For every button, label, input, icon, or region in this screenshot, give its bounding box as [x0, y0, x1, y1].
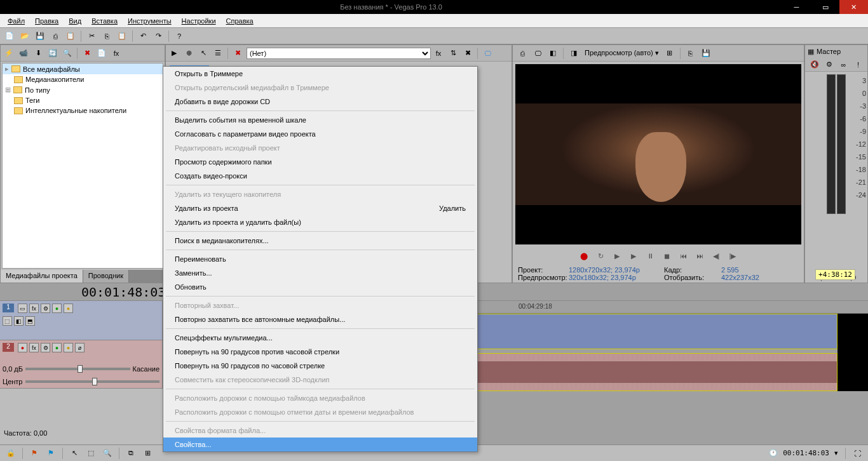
split-icon[interactable]: ◨ — [567, 46, 581, 60]
minimize-button[interactable]: ─ — [782, 0, 811, 14]
undo-icon[interactable]: ↶ — [136, 29, 150, 43]
pause-button[interactable]: ⏸ — [644, 250, 656, 262]
sort-icon[interactable]: ⇅ — [446, 46, 460, 60]
mute-button[interactable]: ● — [52, 343, 62, 352]
mute-button[interactable]: ● — [52, 304, 62, 313]
select-tool-icon[interactable]: ⬚ — [84, 446, 98, 460]
paste-icon[interactable]: 📋 — [115, 29, 129, 43]
capture-icon[interactable]: 📹 — [17, 46, 31, 60]
tree-by-type[interactable]: ⊞По типу — [3, 84, 163, 95]
quantize-icon[interactable]: ⊞ — [140, 446, 154, 460]
lock-icon[interactable]: 🔒 — [4, 446, 18, 460]
tab-project-media[interactable]: Медиафайлы проекта — [1, 270, 83, 283]
delete-icon[interactable]: ✖ — [231, 46, 245, 60]
solo-button[interactable]: ● — [64, 343, 73, 352]
track-fx-button[interactable]: fx — [29, 343, 39, 352]
context-menu-item[interactable]: Спецэффекты мультимедиа... — [163, 331, 477, 345]
context-menu-item[interactable]: Обновить — [163, 280, 477, 294]
main-timecode[interactable]: 00:01:48:03 — [81, 284, 165, 300]
remove-icon[interactable]: ✖ — [80, 46, 94, 60]
menu-insert[interactable]: Вставка — [86, 15, 123, 27]
volume-fader[interactable] — [25, 368, 130, 370]
tree-all-media[interactable]: ▸Все медиафайлы — [3, 63, 163, 74]
context-menu-item[interactable]: Удалить из проекта и удалить файл(ы) — [163, 215, 477, 229]
zoom-tool-icon[interactable]: 🔍 — [100, 446, 114, 460]
play-button[interactable]: ▶ — [627, 250, 640, 262]
preview-quality[interactable]: Предпросмотр (авто) ▾ — [582, 49, 661, 57]
menu-view[interactable]: Вид — [64, 15, 86, 27]
region-icon[interactable]: ⚑ — [44, 446, 58, 460]
parent-icon[interactable]: ⬒ — [25, 316, 35, 326]
copy-icon[interactable]: ⎘ — [100, 29, 114, 43]
prev-frame-button[interactable]: ◀| — [710, 250, 722, 262]
bypass-fx-button[interactable]: ▭ — [18, 304, 27, 313]
context-menu-item[interactable]: Повернуть на 90 градусов против часовой … — [163, 345, 477, 359]
menu-tools[interactable]: Инструменты — [123, 15, 177, 27]
trimmer-dropdown[interactable]: (Нет) — [247, 48, 431, 59]
fx-icon[interactable]: fx — [431, 46, 445, 60]
add-icon[interactable]: ⊕ — [182, 46, 196, 60]
refresh-icon[interactable]: 🔄 — [46, 46, 60, 60]
clear-icon[interactable]: ✖ — [461, 46, 475, 60]
record-button[interactable]: ⬤ — [578, 250, 590, 262]
edit-tool-icon[interactable]: ↖ — [67, 446, 81, 460]
tab-explorer[interactable]: Проводник — [83, 270, 129, 283]
tree-tags[interactable]: Теги — [3, 95, 163, 105]
maximize-button[interactable]: ▭ — [811, 0, 839, 14]
help-icon[interactable]: ? — [172, 29, 186, 43]
fx-chain-icon[interactable]: ⚙ — [822, 58, 836, 72]
save-icon[interactable]: 💾 — [33, 29, 47, 43]
context-menu-item[interactable]: Выделить события на временной шкале — [163, 113, 477, 127]
cut-icon[interactable]: ✂ — [85, 29, 98, 43]
open-icon[interactable]: 📂 — [18, 29, 32, 43]
go-start-button[interactable]: ⏮ — [677, 250, 689, 262]
automation-icon[interactable]: ∞ — [837, 58, 851, 72]
overlay-icon[interactable]: ◧ — [546, 46, 560, 60]
automation-button[interactable]: ⚙ — [41, 343, 50, 352]
props-icon[interactable]: 📄 — [95, 46, 109, 60]
phase-button[interactable]: ø — [75, 343, 85, 352]
snap-icon[interactable]: ⧉ — [124, 446, 138, 460]
pan-fader[interactable] — [25, 380, 160, 383]
properties-icon[interactable]: 📋 — [64, 29, 78, 43]
context-menu-item[interactable]: Поиск в медианакопителях... — [163, 234, 477, 248]
context-menu-item[interactable]: Просмотр содержимого папки — [163, 155, 477, 169]
solo-button[interactable]: ● — [64, 304, 73, 313]
context-menu-item[interactable]: Повернуть на 90 градусов по часовой стре… — [163, 359, 477, 373]
bottom-timecode[interactable]: 00:01:48:03 — [783, 449, 829, 457]
play-icon[interactable]: ▶ — [167, 46, 181, 60]
cursor-icon[interactable]: ↖ — [196, 46, 210, 60]
menu-file[interactable]: Файл — [3, 15, 30, 27]
track-fx-button[interactable]: fx — [29, 304, 39, 313]
mute-icon[interactable]: 🔇 — [808, 58, 822, 72]
list-icon[interactable]: ☰ — [211, 46, 225, 60]
fx-icon[interactable]: fx — [109, 46, 123, 60]
context-menu-item[interactable]: Открыть в Триммере — [163, 67, 477, 81]
context-menu-item[interactable]: Удалить из проектаУдалить — [163, 201, 477, 215]
copy-frame-icon[interactable]: ⎘ — [684, 46, 698, 60]
context-menu-item[interactable]: Свойства... — [163, 438, 477, 451]
arm-record-button[interactable]: ● — [18, 343, 27, 352]
go-end-button[interactable]: ⏭ — [693, 250, 706, 262]
redo-icon[interactable]: ↷ — [151, 29, 165, 43]
marker-icon[interactable]: ⚑ — [27, 446, 41, 460]
media-tree[interactable]: ▸Все медиафайлы Медианакопители ⊞По типу… — [2, 63, 163, 269]
fit-icon[interactable]: ⛶ — [850, 446, 864, 460]
next-frame-button[interactable]: |▶ — [726, 250, 739, 262]
loop-button[interactable]: ↻ — [594, 250, 607, 262]
automation-button[interactable]: ⚙ — [41, 304, 50, 313]
menu-edit[interactable]: Правка — [30, 15, 64, 27]
dim-icon[interactable]: ! — [851, 58, 865, 72]
context-menu-item[interactable]: Переименовать — [163, 252, 477, 266]
motion-icon[interactable]: ⬚ — [3, 316, 12, 326]
tree-smart[interactable]: Интеллектуальные накопители — [3, 105, 163, 116]
search-icon[interactable]: 🔍 — [60, 46, 74, 60]
context-menu-item[interactable]: Повторно захватить все автономные медиаф… — [163, 312, 477, 326]
monitor-icon[interactable]: 🖵 — [480, 46, 494, 60]
new-icon[interactable]: 📄 — [3, 29, 17, 43]
save-frame-icon[interactable]: 💾 — [699, 46, 713, 60]
ext-monitor-icon[interactable]: 🖵 — [531, 46, 545, 60]
video-track-header[interactable]: 1 ▭ fx ⚙ ● ● ⬚ ◧ ⬒ — [0, 301, 163, 340]
context-menu-item[interactable]: Создать видео-прокси — [163, 169, 477, 183]
get-media-icon[interactable]: ⬇ — [31, 46, 45, 60]
